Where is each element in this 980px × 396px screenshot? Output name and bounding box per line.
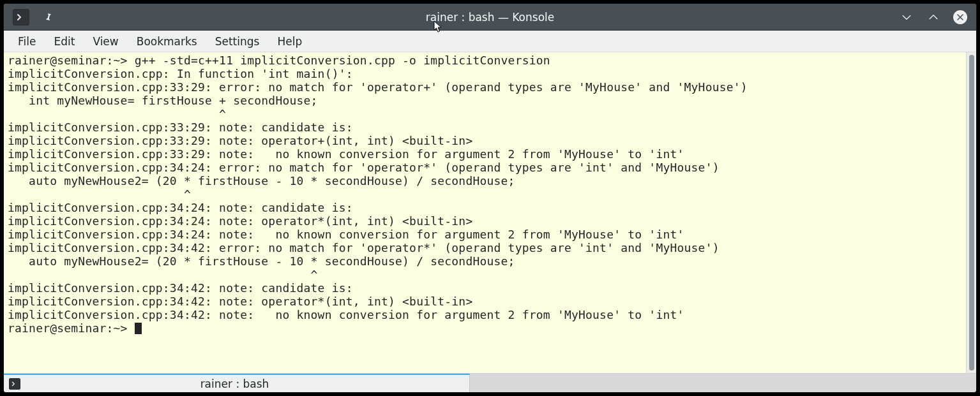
terminal-line: ^ <box>8 268 318 281</box>
tab-label: rainer : bash <box>200 378 269 390</box>
terminal-line: auto myNewHouse2= (20 * firstHouse - 10 … <box>8 254 515 268</box>
terminal-output[interactable]: rainer@seminar:~> g++ -std=c++11 implici… <box>4 52 966 373</box>
menu-view[interactable]: View <box>85 32 126 51</box>
scrollbar-thumb[interactable] <box>969 55 974 370</box>
terminal-line: implicitConversion.cpp:33:29: note: cand… <box>8 121 353 134</box>
app-icon <box>13 9 29 26</box>
tab-konsole-icon <box>9 378 20 390</box>
terminal-line: auto myNewHouse2= (20 * firstHouse - 10 … <box>8 174 515 187</box>
terminal-line: ^ <box>8 187 191 201</box>
terminal-area: rainer@seminar:~> g++ -std=c++11 implici… <box>4 52 976 373</box>
close-button[interactable] <box>952 9 969 26</box>
menu-edit[interactable]: Edit <box>46 32 82 51</box>
terminal-line: implicitConversion.cpp:34:42: note: cand… <box>8 281 353 295</box>
minimize-button[interactable] <box>898 9 915 26</box>
menu-bookmarks[interactable]: Bookmarks <box>129 32 205 51</box>
terminal-cursor <box>135 323 142 334</box>
terminal-line: implicitConversion.cpp:34:24: note: no k… <box>8 228 684 241</box>
menu-bar: File Edit View Bookmarks Settings Help <box>4 31 976 52</box>
terminal-prompt: rainer@seminar:~> <box>8 321 135 335</box>
pin-icon[interactable] <box>40 9 56 26</box>
terminal-line: implicitConversion.cpp:33:29: note: oper… <box>8 134 472 147</box>
terminal-line: ^ <box>8 107 226 121</box>
terminal-line: implicitConversion.cpp:34:42: note: oper… <box>8 295 472 308</box>
tab-bar: rainer : bash <box>4 373 976 392</box>
terminal-line: rainer@seminar:~> g++ -std=c++11 implici… <box>8 54 550 67</box>
menu-file[interactable]: File <box>10 32 43 51</box>
maximize-button[interactable] <box>925 9 942 26</box>
window-title: rainer : bash — Konsole <box>4 11 976 24</box>
terminal-line: implicitConversion.cpp:33:29: note: no k… <box>8 147 684 161</box>
terminal-line: implicitConversion.cpp:34:24: note: cand… <box>8 201 353 214</box>
terminal-line: implicitConversion.cpp:34:24: error: no … <box>8 161 720 174</box>
terminal-line: implicitConversion.cpp:34:42: error: no … <box>8 241 720 254</box>
menu-settings[interactable]: Settings <box>207 32 268 51</box>
konsole-window: rainer : bash — Konsole File Edit View B… <box>4 4 976 392</box>
menu-help[interactable]: Help <box>269 32 310 51</box>
terminal-line: implicitConversion.cpp:33:29: error: no … <box>8 80 748 94</box>
tab-active[interactable]: rainer : bash <box>4 374 470 392</box>
terminal-line: implicitConversion.cpp:34:24: note: oper… <box>8 214 472 228</box>
scrollbar[interactable] <box>966 52 976 373</box>
terminal-line: implicitConversion.cpp: In function 'int… <box>8 67 353 80</box>
terminal-line: implicitConversion.cpp:34:42: note: no k… <box>8 308 684 321</box>
title-bar[interactable]: rainer : bash — Konsole <box>4 4 976 31</box>
terminal-line: int myNewHouse= firstHouse + secondHouse… <box>8 94 318 107</box>
